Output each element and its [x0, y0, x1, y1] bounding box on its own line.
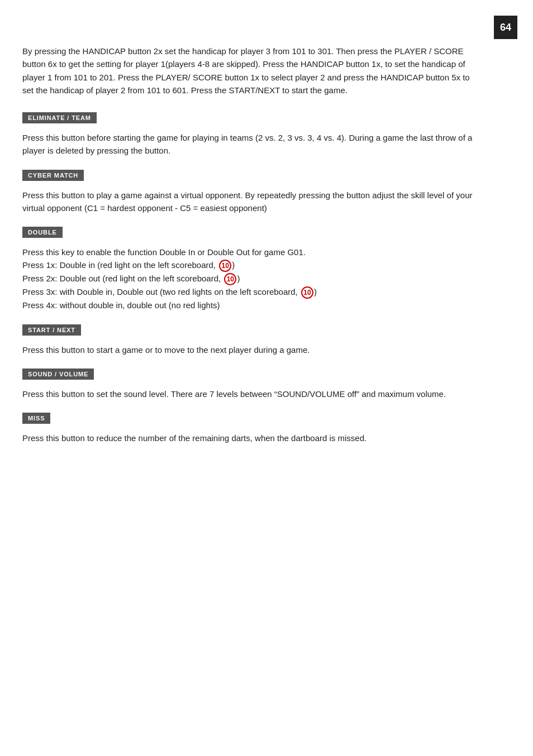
double-text: Press this key to enable the function Do… [22, 246, 480, 312]
start-next-label: START / NEXT [22, 324, 81, 336]
start-next-text: Press this button to start a game or to … [22, 343, 480, 356]
eliminate-team-label: ELIMINATE / TEAM [22, 112, 97, 123]
double-line-2: Press 2x: Double out (red light on the l… [22, 272, 480, 285]
circle-icon-3: 10 [301, 286, 313, 299]
miss-label: MISS [22, 413, 50, 424]
cyber-match-text: Press this button to play a game against… [22, 189, 480, 215]
double-line-1: Press 1x: Double in (red light on the le… [22, 259, 480, 272]
section-cyber-match: CYBER MATCH Press this button to play a … [22, 170, 480, 215]
sound-volume-text: Press this button to set the sound level… [22, 387, 480, 400]
intro-paragraph: By pressing the HANDICAP button 2x set t… [22, 45, 480, 97]
double-line-0: Press this key to enable the function Do… [22, 246, 480, 259]
sound-volume-label: SOUND / VOLUME [22, 369, 94, 380]
eliminate-team-text: Press this button before starting the ga… [22, 131, 480, 157]
double-label: DOUBLE [22, 227, 63, 238]
section-double: DOUBLE Press this key to enable the func… [22, 227, 480, 312]
cyber-match-label: CYBER MATCH [22, 170, 84, 181]
double-line-3: Press 3x: with Double in, Double out (tw… [22, 285, 480, 299]
double-line-4: Press 4x: without double in, double out … [22, 299, 480, 312]
section-sound-volume: SOUND / VOLUME Press this button to set … [22, 369, 480, 400]
miss-text: Press this button to reduce the number o… [22, 432, 480, 444]
section-start-next: START / NEXT Press this button to start … [22, 324, 480, 356]
section-miss: MISS Press this button to reduce the num… [22, 413, 480, 444]
page-content: By pressing the HANDICAP button 2x set t… [0, 0, 503, 479]
section-eliminate-team: ELIMINATE / TEAM Press this button befor… [22, 112, 480, 157]
circle-icon-1: 10 [219, 260, 231, 272]
circle-icon-2: 10 [224, 273, 236, 285]
page-number: 64 [494, 16, 517, 39]
